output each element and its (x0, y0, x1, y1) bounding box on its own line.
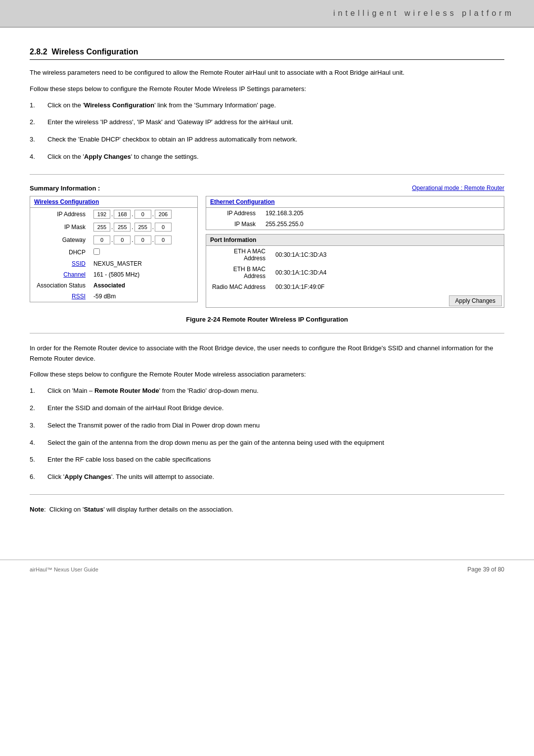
dhcp-checkbox[interactable] (93, 248, 100, 255)
wireless-ssid-value: NEXUS_MASTER (89, 258, 197, 269)
eth-mask-label: IP Mask (206, 219, 261, 230)
step-3-text: Check the 'Enable DHCP' checkbox to obta… (47, 135, 504, 145)
eth-a-mac-value: 00:30:1A:1C:3D:A3 (270, 246, 504, 264)
step2-5: 5. Enter the RF cable loss based on the … (30, 455, 504, 465)
step2-5-text: Enter the RF cable loss based on the cab… (47, 455, 504, 465)
wireless-ssid-label[interactable]: SSID (30, 258, 89, 269)
wireless-panel-title[interactable]: Wireless Configuration (30, 196, 197, 208)
ip-octet-3[interactable] (134, 210, 151, 219)
step-4: 4. Click on the 'Apply Changes' to chang… (30, 152, 504, 162)
apply-changes-row: Apply Changes (206, 292, 504, 307)
footer-left: airHaul™ Nexus User Guide (30, 567, 98, 572)
ethernet-table: IP Address 192.168.3.205 IP Mask 255.255… (206, 208, 504, 230)
step-3: 3. Check the 'Enable DHCP' checkbox to o… (30, 135, 504, 145)
eth-a-mac-row: ETH A MAC Address 00:30:1A:1C:3D:A3 (206, 246, 504, 264)
step-4-text: Click on the 'Apply Changes' to change t… (47, 152, 504, 162)
eth-ip-mask-row: IP Mask 255.255.255.0 (206, 219, 504, 230)
step2-1-bold: Remote Router Mode (94, 387, 159, 394)
section-number: 2.8.2 (30, 47, 47, 56)
step2-4: 4. Select the gain of the antenna from t… (30, 438, 504, 448)
main-content: 2.8.2 Wireless Configuration The wireles… (0, 28, 534, 545)
step2-3: 3. Select the Transmit power of the radi… (30, 421, 504, 431)
step-1: 1. Click on the 'Wireless Configuration'… (30, 100, 504, 111)
step-1-num: 1. (30, 100, 47, 111)
ip-octet-1[interactable] (93, 210, 110, 219)
ethernet-panel-title[interactable]: Ethernet Configuration (206, 196, 504, 208)
divider-2 (30, 333, 504, 333)
steps-list: 1. Click on the 'Wireless Configuration'… (30, 100, 504, 162)
divider-3 (30, 494, 504, 495)
step2-2-num: 2. (30, 403, 47, 414)
wireless-gateway-value: . . . (89, 234, 197, 246)
wireless-ip-mask-row: IP Mask . . . (30, 221, 197, 234)
wireless-mask-label: IP Mask (30, 221, 89, 234)
step2-1: 1. Click on 'Main – Remote Router Mode' … (30, 386, 504, 396)
body-para-1: In order for the Remote Router device to… (30, 343, 504, 364)
wireless-ssid-row: SSID NEXUS_MASTER (30, 258, 197, 269)
gw-octet-1[interactable] (93, 236, 110, 244)
apply-changes-button[interactable]: Apply Changes (449, 295, 502, 306)
gw-octet-4[interactable] (155, 236, 172, 244)
eth-b-mac-value: 00:30:1A:1C:3D:A4 (270, 264, 504, 282)
page-footer: airHaul™ Nexus User Guide Page 39 of 80 (0, 560, 534, 579)
note-label: Note (30, 506, 44, 513)
ip-sep-3: . (152, 211, 154, 218)
eth-ip-label: IP Address (206, 208, 261, 219)
ip-octet-4[interactable] (155, 210, 172, 219)
wireless-rssi-label[interactable]: RSSI (30, 291, 89, 302)
mask-octet-4[interactable] (155, 223, 172, 232)
step2-6-bold: Apply Changes (64, 473, 111, 480)
step-2-num: 2. (30, 117, 47, 128)
ethernet-config-panel: Ethernet Configuration IP Address 192.16… (206, 196, 504, 230)
step2-2: 2. Enter the SSID and domain of the airH… (30, 403, 504, 414)
step2-4-num: 4. (30, 438, 47, 448)
gw-octet-2[interactable] (114, 236, 131, 244)
eth-b-mac-row: ETH B MAC Address 00:30:1A:1C:3D:A4 (206, 264, 504, 282)
eth-b-mac-label: ETH B MAC Address (206, 264, 270, 282)
ip-address-inputs: . . . (93, 210, 193, 219)
associated-text: Associated (93, 282, 125, 289)
ip-octet-2[interactable] (114, 210, 131, 219)
wireless-config-panel: Wireless Configuration IP Address . (30, 196, 198, 302)
ip-mask-inputs: . . . (93, 223, 193, 232)
radio-mac-row: Radio MAC Address 00:30:1A:1F:49:0F (206, 282, 504, 292)
port-table: ETH A MAC Address 00:30:1A:1C:3D:A3 ETH … (206, 246, 504, 292)
wireless-channel-row: Channel 161 - (5805 MHz) (30, 269, 197, 280)
wireless-assoc-label: Association Status (30, 280, 89, 291)
gw-octet-3[interactable] (134, 236, 151, 244)
step2-3-num: 3. (30, 421, 47, 431)
summary-label: Summary Information : (30, 185, 100, 192)
wireless-dhcp-value (89, 246, 197, 258)
step2-6: 6. Click 'Apply Changes'. The units will… (30, 472, 504, 482)
wireless-rssi-row: RSSI -59 dBm (30, 291, 197, 302)
wireless-ip-value: . . . (89, 208, 197, 221)
eth-a-mac-label: ETH A MAC Address (206, 246, 270, 264)
port-info-panel: Port Information ETH A MAC Address 00:30… (206, 234, 504, 308)
mask-sep-1: . (111, 224, 113, 231)
step-2-text: Enter the wireless 'IP address', 'IP Mas… (47, 117, 504, 128)
operational-mode-link[interactable]: Operational mode : Remote Router (412, 185, 504, 191)
mask-octet-1[interactable] (93, 223, 110, 232)
mask-octet-3[interactable] (134, 223, 151, 232)
wireless-gateway-row: Gateway . . . (30, 234, 197, 246)
body-para-2: Follow these steps below to configure th… (30, 370, 504, 380)
wireless-channel-label[interactable]: Channel (30, 269, 89, 280)
step-1-text: Click on the 'Wireless Configuration' li… (47, 100, 504, 111)
gw-sep-2: . (132, 236, 133, 243)
header-title: intelligent wireless platform (333, 9, 514, 17)
step-2: 2. Enter the wireless 'IP address', 'IP … (30, 117, 504, 128)
ip-sep-2: . (132, 211, 133, 218)
step-3-num: 3. (30, 135, 47, 145)
gw-sep-3: . (152, 236, 154, 243)
step2-2-text: Enter the SSID and domain of the airHaul… (47, 403, 504, 414)
radio-mac-value: 00:30:1A:1F:49:0F (270, 282, 504, 292)
wireless-dhcp-label: DHCP (30, 246, 89, 258)
note-status-bold: Status (84, 506, 103, 513)
figure-caption: Figure 2-24 Remote Router Wireless IP Co… (30, 316, 504, 323)
wireless-table: IP Address . . . (30, 208, 197, 302)
eth-ip-address-row: IP Address 192.168.3.205 (206, 208, 504, 219)
mask-octet-2[interactable] (114, 223, 131, 232)
wireless-gateway-label: Gateway (30, 234, 89, 246)
wireless-ip-label: IP Address (30, 208, 89, 221)
wireless-mask-value: . . . (89, 221, 197, 234)
